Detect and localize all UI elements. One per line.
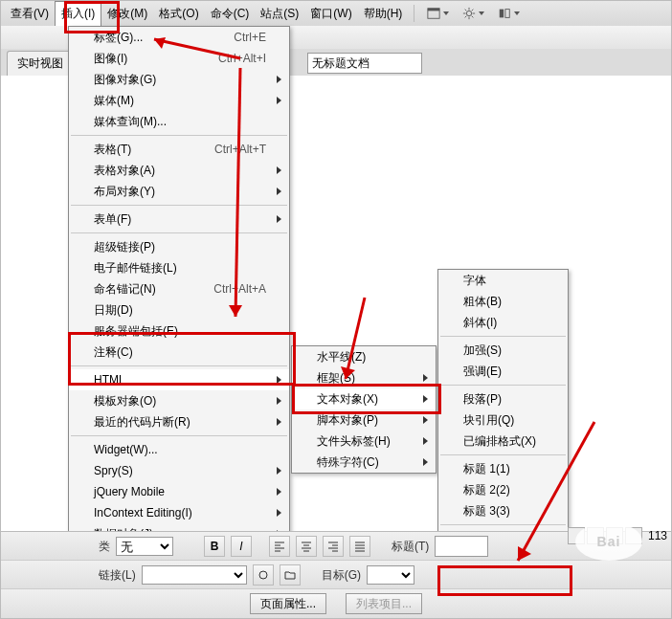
menu-item-label: 加强(S) bbox=[463, 343, 502, 359]
label-target: 目标(G) bbox=[322, 567, 361, 584]
menu-item-label: InContext Editing(I) bbox=[94, 506, 192, 520]
menu-insert[interactable]: 插入(I) bbox=[55, 1, 101, 27]
insert-menu-item[interactable]: 命名锚记(N)Ctrl+Alt+A bbox=[69, 278, 289, 299]
menu-site[interactable]: 站点(S) bbox=[255, 2, 304, 26]
insert-menu-item[interactable]: 模板对象(O) bbox=[69, 390, 289, 411]
html-submenu-item[interactable]: 框架(S) bbox=[292, 367, 436, 388]
text-submenu-item[interactable]: 字体 bbox=[438, 270, 568, 291]
italic-button[interactable]: I bbox=[231, 536, 252, 557]
menu-view[interactable]: 查看(V) bbox=[5, 2, 55, 26]
insert-menu-item[interactable]: 电子邮件链接(L) bbox=[69, 257, 289, 278]
select-target[interactable] bbox=[367, 565, 414, 585]
toolbar-layout-icon[interactable] bbox=[423, 5, 453, 22]
insert-menu-item[interactable]: Spry(S) bbox=[69, 460, 289, 481]
menu-item-label: 表格(T) bbox=[94, 142, 131, 158]
insert-menu-item[interactable]: 表格对象(A) bbox=[69, 160, 289, 181]
menu-item-label: 最近的代码片断(R) bbox=[94, 414, 190, 431]
menu-item-label: 字体 bbox=[463, 273, 486, 289]
text-submenu-item[interactable]: 标题 3(3) bbox=[438, 500, 568, 521]
html-submenu-item[interactable]: 脚本对象(P) bbox=[292, 409, 436, 431]
property-row-3: 页面属性... 列表项目... bbox=[1, 588, 671, 618]
menu-item-label: 脚本对象(P) bbox=[317, 412, 378, 429]
insert-menu-item[interactable]: 最近的代码片断(R) bbox=[69, 411, 289, 432]
insert-menu-item[interactable]: HTML bbox=[69, 369, 289, 390]
property-row-2: 链接(L) 目标(G) bbox=[1, 560, 671, 589]
html-submenu: 水平线(Z)框架(S)文本对象(X)脚本对象(P)文件头标签(H)特殊字符(C) bbox=[291, 345, 437, 474]
watermark: Bai bbox=[575, 522, 642, 561]
text-submenu-item[interactable]: 斜体(I) bbox=[438, 312, 568, 333]
align-justify-icon[interactable] bbox=[349, 536, 370, 557]
bold-button[interactable]: B bbox=[204, 536, 225, 557]
align-center-icon[interactable] bbox=[296, 536, 317, 557]
svg-rect-3 bbox=[500, 10, 504, 18]
html-submenu-item[interactable]: 特殊字符(C) bbox=[292, 452, 436, 473]
insert-menu-item[interactable]: 媒体(M) bbox=[69, 90, 289, 111]
insert-menu-item[interactable]: 标签(G)...Ctrl+E bbox=[69, 27, 289, 48]
tab-live-view[interactable]: 实时视图 bbox=[7, 51, 74, 76]
text-submenu-item[interactable]: 强调(E) bbox=[438, 361, 568, 382]
submenu-arrow-icon bbox=[277, 467, 281, 475]
insert-menu-item[interactable]: Widget(W)... bbox=[69, 439, 289, 460]
menu-item-label: 块引用(Q) bbox=[463, 412, 514, 429]
insert-menu-item[interactable]: 图像(I)Ctrl+Alt+I bbox=[69, 48, 289, 69]
insert-menu-item[interactable]: 服务器端包括(E) bbox=[69, 321, 289, 342]
menu-item-label: 媒体查询(M)... bbox=[94, 114, 167, 130]
text-submenu-item[interactable]: 粗体(B) bbox=[438, 291, 568, 312]
insert-menu-item[interactable]: 超级链接(P) bbox=[69, 236, 289, 257]
toolbar-gear-icon[interactable] bbox=[459, 5, 488, 22]
status-number: 113 bbox=[648, 529, 667, 542]
align-right-icon[interactable] bbox=[323, 536, 344, 557]
insert-menu-item[interactable]: 表单(F) bbox=[69, 209, 289, 230]
menu-item-label: 段落(P) bbox=[463, 391, 502, 408]
menu-item-label: 服务器端包括(E) bbox=[94, 323, 178, 340]
toolbar-view-icon[interactable] bbox=[494, 5, 524, 22]
menu-format[interactable]: 格式(O) bbox=[153, 2, 204, 26]
insert-menu-item[interactable]: 媒体查询(M)... bbox=[69, 111, 289, 132]
text-submenu-item[interactable]: 块引用(Q) bbox=[438, 409, 568, 431]
html-submenu-item[interactable]: 水平线(Z) bbox=[292, 346, 436, 367]
svg-point-5 bbox=[259, 571, 267, 579]
text-submenu-item[interactable]: 段落(P) bbox=[438, 388, 568, 409]
html-submenu-item[interactable]: 文件头标签(H) bbox=[292, 431, 436, 452]
insert-menu-item[interactable]: jQuery Mobile bbox=[69, 481, 289, 502]
menu-item-label: 已编排格式(X) bbox=[463, 433, 536, 450]
insert-menu-item[interactable]: 图像对象(G) bbox=[69, 69, 289, 90]
text-submenu-item[interactable]: 加强(S) bbox=[438, 340, 568, 361]
submenu-arrow-icon bbox=[277, 418, 281, 426]
menu-help[interactable]: 帮助(H) bbox=[358, 2, 409, 26]
menu-item-label: 斜体(I) bbox=[463, 315, 497, 331]
submenu-arrow-icon bbox=[277, 488, 281, 496]
insert-menu-item[interactable]: 注释(C) bbox=[69, 342, 289, 363]
insert-menu-item[interactable]: InContext Editing(I) bbox=[69, 502, 289, 523]
menu-item-label: 标题 1(1) bbox=[463, 461, 510, 477]
text-submenu-item[interactable]: 标题 1(1) bbox=[438, 458, 568, 479]
menu-command[interactable]: 命令(C) bbox=[205, 2, 256, 26]
insert-menu: 标签(G)...Ctrl+E图像(I)Ctrl+Alt+I图像对象(G)媒体(M… bbox=[68, 26, 290, 594]
menu-item-label: 强调(E) bbox=[463, 364, 502, 380]
select-link[interactable] bbox=[142, 565, 247, 585]
menu-window[interactable]: 窗口(W) bbox=[304, 2, 357, 26]
text-submenu-item[interactable]: 已编排格式(X) bbox=[438, 431, 568, 452]
input-title[interactable] bbox=[435, 536, 488, 557]
link-browse-icon[interactable] bbox=[253, 564, 274, 586]
menu-modify[interactable]: 修改(M) bbox=[101, 2, 153, 26]
text-submenu-item[interactable]: 标题 2(2) bbox=[438, 479, 568, 500]
insert-menu-item[interactable]: 布局对象(Y) bbox=[69, 181, 289, 202]
link-folder-icon[interactable] bbox=[280, 564, 301, 586]
insert-menu-item[interactable]: 表格(T)Ctrl+Alt+T bbox=[69, 139, 289, 160]
select-class[interactable]: 无 bbox=[116, 537, 173, 556]
page-properties-button[interactable]: 页面属性... bbox=[250, 593, 326, 614]
submenu-arrow-icon bbox=[277, 97, 281, 104]
submenu-arrow-icon bbox=[423, 395, 428, 403]
html-submenu-item[interactable]: 文本对象(X) bbox=[292, 388, 436, 409]
align-left-icon[interactable] bbox=[269, 536, 290, 557]
list-items-button[interactable]: 列表项目... bbox=[346, 593, 422, 614]
submenu-arrow-icon bbox=[277, 188, 281, 195]
menu-shortcut: Ctrl+Alt+T bbox=[214, 143, 266, 156]
menu-item-label: Spry(S) bbox=[94, 464, 133, 477]
label-class: 类 bbox=[99, 539, 110, 555]
svg-rect-4 bbox=[505, 10, 509, 18]
submenu-arrow-icon bbox=[277, 397, 281, 405]
insert-menu-item[interactable]: 日期(D) bbox=[69, 299, 289, 321]
document-title-input[interactable] bbox=[307, 53, 422, 74]
